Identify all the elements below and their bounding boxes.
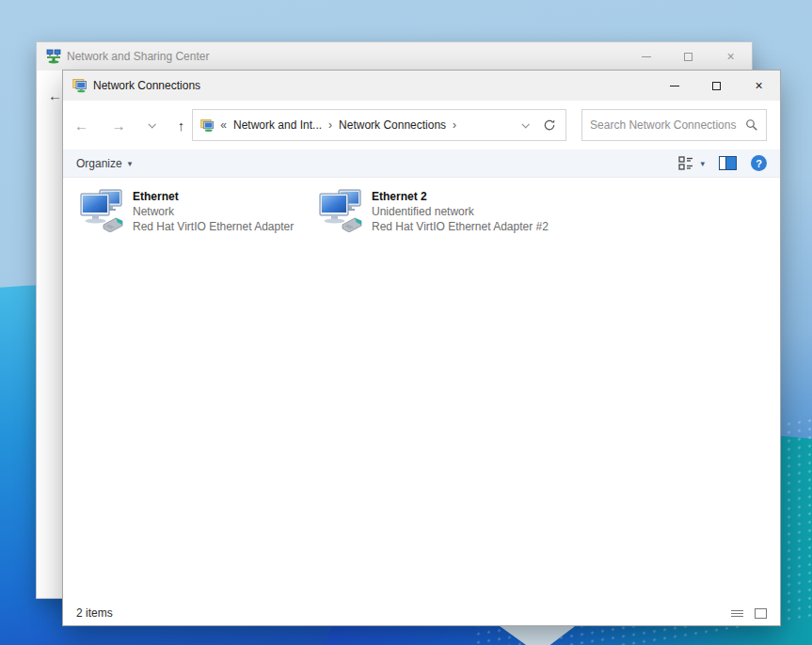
address-bar[interactable]: « Network and Int... › Network Connectio… xyxy=(192,109,566,141)
nsc-titlebar[interactable]: Network and Sharing Center × xyxy=(37,42,752,71)
breadcrumb-network-and-internet[interactable]: Network and Int... xyxy=(229,118,326,132)
refresh-icon[interactable] xyxy=(543,118,556,132)
help-icon: ? xyxy=(756,158,762,169)
breadcrumb-overflow[interactable]: « xyxy=(218,118,229,132)
window-network-connections: Network Connections × ← → ↑ xyxy=(62,70,781,626)
breadcrumb-separator-icon[interactable]: › xyxy=(326,118,334,132)
item-count: 2 items xyxy=(76,606,113,620)
view-dropdown-icon: ▾ xyxy=(700,159,705,168)
adapter-device: Red Hat VirtIO Ethernet Adapter #2 xyxy=(372,219,549,234)
navigation-buttons: ← → ↑ xyxy=(69,118,192,133)
nc-titlebar[interactable]: Network Connections × xyxy=(63,71,780,101)
minimize-button[interactable] xyxy=(625,42,667,71)
view-options-icon xyxy=(678,156,694,170)
organize-button[interactable]: Organize ▾ xyxy=(76,157,132,170)
network-adapter-list: Ethernet Network Red Hat VirtIO Ethernet… xyxy=(80,187,558,234)
nsc-window-controls: × xyxy=(625,42,752,71)
minimize-button[interactable] xyxy=(653,71,695,101)
adapter-name: Ethernet 2 xyxy=(372,189,549,204)
breadcrumb-network-connections[interactable]: Network Connections xyxy=(334,118,451,132)
close-icon: × xyxy=(726,50,734,63)
network-connections-icon xyxy=(72,78,88,93)
maximize-icon xyxy=(684,53,693,61)
details-view-icon xyxy=(731,610,743,611)
maximize-icon xyxy=(712,82,721,90)
search-box[interactable] xyxy=(581,109,767,141)
address-location-icon xyxy=(200,118,215,133)
minimize-icon xyxy=(670,86,679,87)
network-sharing-center-icon xyxy=(46,49,61,64)
address-toolbar: ← → ↑ « Network and Int... › Network xyxy=(63,101,780,149)
address-dropdown-icon[interactable] xyxy=(522,120,530,128)
minimize-icon xyxy=(642,56,651,57)
search-icon[interactable] xyxy=(745,118,758,132)
status-bar: 2 items xyxy=(63,601,780,625)
adapter-name: Ethernet xyxy=(133,189,294,204)
adapter-status: Unidentified network xyxy=(372,204,549,219)
breadcrumb-separator-icon[interactable]: › xyxy=(451,118,458,132)
recent-locations-dropdown[interactable] xyxy=(149,120,156,128)
close-button[interactable]: × xyxy=(738,71,780,101)
preview-pane-icon xyxy=(720,157,726,169)
network-adapter-icon xyxy=(319,187,364,234)
adapter-status: Network xyxy=(133,204,294,219)
adapter-item-ethernet[interactable]: Ethernet Network Red Hat VirtIO Ethernet… xyxy=(80,187,319,234)
up-button[interactable]: ↑ xyxy=(178,118,185,133)
back-button[interactable]: ← xyxy=(74,118,88,133)
help-button[interactable]: ? xyxy=(751,155,767,171)
nsc-back-button[interactable]: ← xyxy=(48,87,62,103)
desktop: Network and Sharing Center × ← Network C… xyxy=(0,0,812,645)
details-view-button[interactable] xyxy=(731,610,743,617)
network-adapter-icon xyxy=(80,187,125,234)
change-view-button[interactable]: ▾ xyxy=(678,156,705,170)
organize-label: Organize xyxy=(76,157,122,170)
window-title: Network and Sharing Center xyxy=(67,50,209,63)
nc-window-controls: × xyxy=(653,71,780,101)
adapter-item-ethernet-2[interactable]: Ethernet 2 Unidentified network Red Hat … xyxy=(319,187,558,234)
window-title: Network Connections xyxy=(93,79,200,92)
search-input[interactable] xyxy=(590,118,745,132)
file-list-area[interactable]: Ethernet Network Red Hat VirtIO Ethernet… xyxy=(63,178,780,601)
forward-button[interactable]: → xyxy=(112,118,126,133)
maximize-button[interactable] xyxy=(695,71,738,101)
close-icon: × xyxy=(755,79,762,92)
command-toolbar: Organize ▾ ▾ xyxy=(63,149,780,178)
preview-pane-button[interactable] xyxy=(719,156,737,170)
large-icons-view-button[interactable] xyxy=(755,608,767,619)
maximize-button[interactable] xyxy=(667,42,709,71)
close-button[interactable]: × xyxy=(709,42,752,71)
adapter-device: Red Hat VirtIO Ethernet Adapter xyxy=(133,219,294,234)
organize-dropdown-icon: ▾ xyxy=(128,159,133,168)
